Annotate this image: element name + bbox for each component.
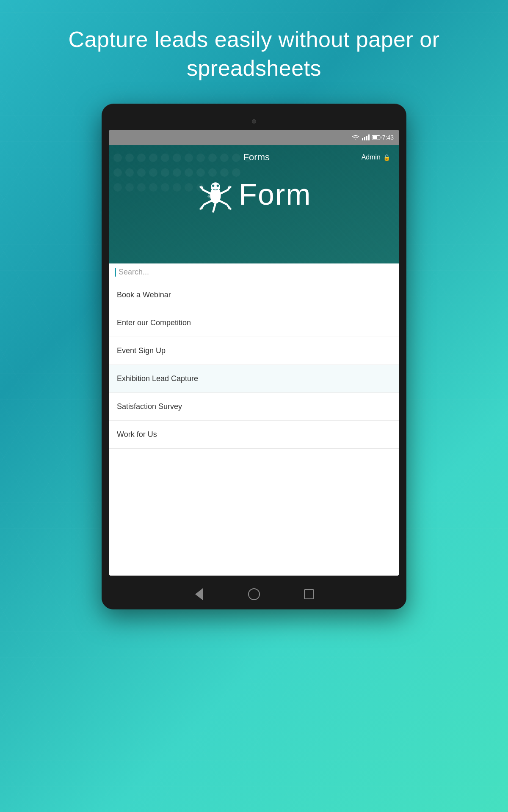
back-button[interactable]: [193, 588, 205, 601]
search-cursor: [115, 268, 116, 277]
admin-button[interactable]: Admin 🔒: [362, 154, 390, 161]
svg-text:✳: ✳: [207, 194, 212, 200]
home-button[interactable]: [248, 588, 260, 601]
list-item[interactable]: Satisfaction Survey: [109, 393, 399, 421]
tablet-screen: 7:43: [109, 130, 399, 576]
list-item[interactable]: Work for Us: [109, 421, 399, 449]
signal-strength-icon: [362, 134, 370, 140]
status-bar: 7:43: [109, 130, 399, 145]
list-item[interactable]: Book a Webinar: [109, 281, 399, 309]
header-top-row: Forms Admin 🔒: [109, 145, 399, 163]
tablet-top-bar: [109, 113, 399, 130]
app-header: Forms Admin 🔒: [109, 145, 399, 263]
form-list: Book a Webinar Enter our Competition Eve…: [109, 281, 399, 449]
empty-content-area: [109, 449, 399, 576]
hero-headline: Capture leads easily without paper or sp…: [0, 0, 508, 104]
tablet-device: 7:43: [102, 104, 406, 609]
status-time: 7:43: [382, 134, 394, 141]
admin-label: Admin: [362, 154, 381, 161]
home-icon: [248, 588, 260, 600]
logo-area: ✳ Form: [109, 176, 399, 214]
search-placeholder: Search...: [119, 268, 149, 277]
tablet-camera: [252, 119, 256, 123]
app-title: Forms: [152, 152, 362, 163]
list-item[interactable]: Event Sign Up: [109, 337, 399, 365]
list-item[interactable]: Enter our Competition: [109, 309, 399, 337]
search-bar[interactable]: Search...: [109, 263, 399, 281]
recent-apps-button[interactable]: [303, 588, 315, 601]
svg-line-4: [204, 190, 211, 194]
app-name-label: Form: [239, 178, 311, 211]
wifi-icon: [351, 134, 360, 140]
svg-line-10: [204, 201, 212, 205]
gecko-form-logo: ✳ Form: [196, 176, 311, 214]
recent-apps-icon: [304, 589, 314, 599]
gecko-icon: ✳: [196, 176, 235, 214]
svg-line-7: [220, 190, 228, 194]
bottom-navigation: [102, 579, 406, 609]
status-icons: 7:43: [351, 134, 394, 141]
lock-icon: 🔒: [383, 154, 390, 161]
svg-point-2: [212, 185, 214, 187]
exhibition-lead-capture-item[interactable]: Exhibition Lead Capture: [109, 365, 399, 393]
svg-point-3: [217, 185, 219, 187]
back-icon: [195, 588, 203, 600]
svg-line-13: [219, 201, 227, 205]
battery-icon: [372, 135, 380, 140]
